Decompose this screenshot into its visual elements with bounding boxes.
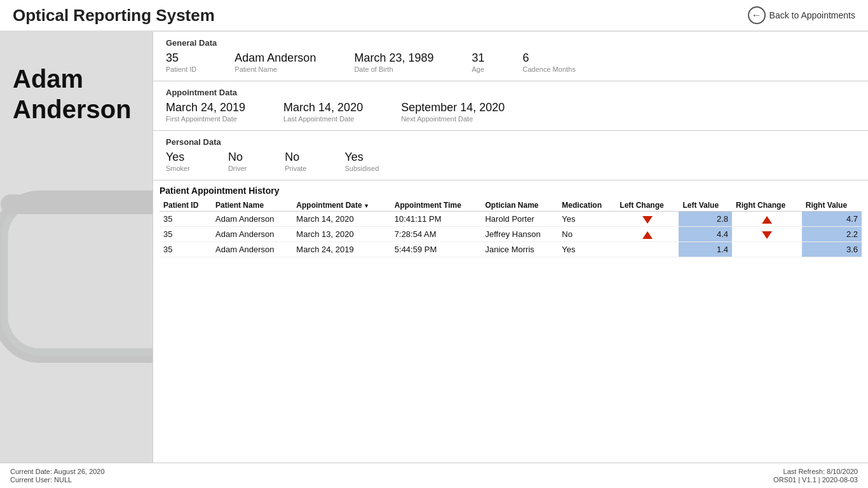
age-item: 31 Age bbox=[471, 51, 484, 73]
cell-appt-date: March 13, 2020 bbox=[292, 227, 390, 242]
subsidised-value: Yes bbox=[345, 151, 379, 164]
cell-patient-name: Adam Anderson bbox=[212, 212, 292, 227]
appointment-data-section: Appointment Data March 24, 2019 First Ap… bbox=[153, 81, 868, 131]
patient-name-line1: Adam bbox=[13, 65, 83, 93]
dob-item: March 23, 1989 Date of Birth bbox=[354, 51, 433, 73]
next-appt-value: September 14, 2020 bbox=[401, 101, 505, 114]
patient-name-display: Adam Anderson bbox=[13, 64, 132, 125]
table-row: 35Adam AndersonMarch 13, 20207:28:54 AMJ… bbox=[159, 227, 862, 242]
table-row: 35Adam AndersonMarch 14, 202010:41:11 PM… bbox=[159, 212, 862, 227]
first-appt-item: March 24, 2019 First Appointment Date bbox=[166, 101, 245, 123]
cell-appt-time: 5:44:59 PM bbox=[391, 242, 482, 257]
dob-label: Date of Birth bbox=[354, 65, 433, 73]
personal-data-row: Yes Smoker No Driver No Private Yes bbox=[166, 151, 855, 172]
footer-right: Last Refresh: 8/10/2020 ORS01 | V1.1 | 2… bbox=[773, 468, 858, 484]
next-appt-label: Next Appointment Date bbox=[401, 115, 505, 123]
general-data-title: General Data bbox=[166, 38, 855, 48]
cell-medication: No bbox=[558, 227, 616, 242]
top-header: Optical Reporting System ← Back to Appoi… bbox=[0, 0, 868, 32]
cell-appt-time: 7:28:54 AM bbox=[391, 227, 482, 242]
info-panels: General Data 35 Patient ID Adam Anderson… bbox=[153, 32, 868, 463]
cell-patient-name: Adam Anderson bbox=[212, 242, 292, 257]
footer-left: Current Date: August 26, 2020 Current Us… bbox=[10, 468, 105, 484]
back-button[interactable]: ← Back to Appointments bbox=[748, 6, 855, 24]
col-optician-name: Optician Name bbox=[481, 200, 558, 212]
cadence-label: Cadence Months bbox=[523, 65, 576, 73]
cell-left-value: 1.4 bbox=[679, 242, 732, 257]
general-data-section: General Data 35 Patient ID Adam Anderson… bbox=[153, 32, 868, 81]
last-appt-label: Last Appointment Date bbox=[283, 115, 363, 123]
first-appt-label: First Appointment Date bbox=[166, 115, 245, 123]
appointment-data-row: March 24, 2019 First Appointment Date Ma… bbox=[166, 101, 855, 123]
cell-medication: Yes bbox=[558, 212, 616, 227]
driver-item: No Driver bbox=[228, 151, 247, 172]
col-left-change: Left Change bbox=[616, 200, 679, 212]
cell-left-value: 4.4 bbox=[679, 227, 732, 242]
arrow-up-icon bbox=[642, 231, 653, 239]
patient-id-label: Patient ID bbox=[166, 65, 196, 73]
private-value: No bbox=[285, 151, 306, 164]
system-info: ORS01 | V1.1 | 2020-08-03 bbox=[773, 476, 858, 484]
cell-optician-name: Janice Morris bbox=[481, 242, 558, 257]
driver-label: Driver bbox=[228, 165, 247, 172]
cell-right-change bbox=[732, 212, 802, 227]
current-date: Current Date: August 26, 2020 bbox=[10, 468, 105, 475]
first-appt-value: March 24, 2019 bbox=[166, 101, 245, 114]
cell-appt-date: March 14, 2020 bbox=[292, 212, 390, 227]
patient-name-item: Adam Anderson Patient Name bbox=[234, 51, 316, 73]
last-appt-value: March 14, 2020 bbox=[283, 101, 363, 114]
cell-optician-name: Harold Porter bbox=[481, 212, 558, 227]
footer: Current Date: August 26, 2020 Current Us… bbox=[0, 463, 868, 488]
next-appt-item: September 14, 2020 Next Appointment Date bbox=[401, 101, 505, 123]
cell-patient-id: 35 bbox=[159, 227, 212, 242]
cell-right-value: 2.2 bbox=[802, 227, 862, 242]
smoker-value: Yes bbox=[166, 151, 190, 164]
subsidised-item: Yes Subsidised bbox=[345, 151, 379, 172]
back-button-label: Back to Appointments bbox=[770, 10, 855, 20]
cell-left-change bbox=[616, 242, 679, 257]
cell-right-change bbox=[732, 242, 802, 257]
cell-left-change bbox=[616, 227, 679, 242]
col-right-value: Right Value bbox=[802, 200, 862, 212]
cell-patient-id: 35 bbox=[159, 212, 212, 227]
col-patient-name: Patient Name bbox=[212, 200, 292, 212]
smoker-label: Smoker bbox=[166, 165, 190, 172]
history-table: Patient ID Patient Name Appointment Date… bbox=[159, 200, 862, 257]
cell-right-value: 3.6 bbox=[802, 242, 862, 257]
cell-patient-id: 35 bbox=[159, 242, 212, 257]
personal-data-section: Personal Data Yes Smoker No Driver No Pr bbox=[153, 131, 868, 180]
cell-right-value: 4.7 bbox=[802, 212, 862, 227]
table-header-row: Patient ID Patient Name Appointment Date… bbox=[159, 200, 862, 212]
cell-right-change bbox=[732, 227, 802, 242]
smoker-item: Yes Smoker bbox=[166, 151, 190, 172]
cell-appt-time: 10:41:11 PM bbox=[391, 212, 482, 227]
general-data-row: 35 Patient ID Adam Anderson Patient Name… bbox=[166, 51, 855, 73]
private-item: No Private bbox=[285, 151, 306, 172]
arrow-up-icon bbox=[762, 216, 772, 224]
back-icon: ← bbox=[748, 6, 766, 24]
personal-data-title: Personal Data bbox=[166, 137, 855, 147]
col-appt-date[interactable]: Appointment Date bbox=[292, 200, 390, 212]
arrow-down-icon bbox=[642, 216, 653, 224]
table-row: 35Adam AndersonMarch 24, 20195:44:59 PMJ… bbox=[159, 242, 862, 257]
history-container: Patient Appointment History Patient ID P… bbox=[153, 180, 868, 260]
dob-value: March 23, 1989 bbox=[354, 51, 433, 65]
content-area: Optical Reporting System ← Back to Appoi… bbox=[0, 0, 868, 463]
patient-id-item: 35 Patient ID bbox=[166, 51, 196, 73]
private-label: Private bbox=[285, 165, 306, 172]
patient-name-line2: Anderson bbox=[13, 95, 132, 123]
cell-patient-name: Adam Anderson bbox=[212, 227, 292, 242]
cell-optician-name: Jeffrey Hanson bbox=[481, 227, 558, 242]
current-user: Current User: NULL bbox=[10, 476, 105, 484]
subsidised-label: Subsidised bbox=[345, 165, 379, 172]
col-right-change: Right Change bbox=[732, 200, 802, 212]
cell-appt-date: March 24, 2019 bbox=[292, 242, 390, 257]
history-title: Patient Appointment History bbox=[159, 186, 862, 196]
appointment-data-title: Appointment Data bbox=[166, 88, 855, 97]
last-refresh: Last Refresh: 8/10/2020 bbox=[783, 468, 858, 475]
cell-medication: Yes bbox=[558, 242, 616, 257]
col-patient-id: Patient ID bbox=[159, 200, 212, 212]
patient-id-value: 35 bbox=[166, 51, 196, 65]
age-label: Age bbox=[471, 65, 484, 73]
driver-value: No bbox=[228, 151, 247, 164]
